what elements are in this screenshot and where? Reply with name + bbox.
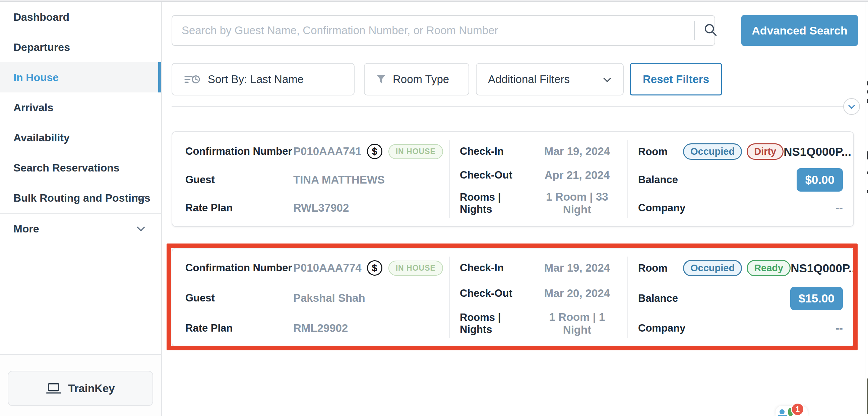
window-edge-strip [866, 2, 868, 416]
collapse-list-button[interactable] [843, 98, 860, 115]
room-label: Room [638, 262, 683, 274]
company-label: Company [638, 322, 683, 334]
sidebar-item-bulk-routing[interactable]: Bulk Routing and Postings [0, 183, 161, 213]
search-separator [694, 21, 695, 40]
sort-clock-icon [184, 74, 200, 85]
additional-filters-button[interactable]: Additional Filters [476, 63, 624, 95]
sidebar-item-availability[interactable]: Availability [0, 123, 161, 153]
rate-plan-label: Rate Plan [185, 202, 293, 214]
sidebar-footer: TrainKey [0, 354, 161, 416]
check-in-value: Mar 19, 2024 [533, 145, 627, 158]
confirmation-value: P010AAA741 [293, 145, 362, 158]
sort-by-button[interactable]: Sort By: Last Name [172, 63, 354, 95]
reset-filters-button[interactable]: Reset Filters [630, 63, 722, 95]
check-out-value: Apr 21, 2024 [533, 169, 627, 182]
chevron-down-icon [848, 102, 855, 109]
chevron-down-icon [603, 74, 611, 82]
sort-by-label: Sort By: Last Name [208, 73, 304, 86]
room-type-button[interactable]: Room Type [364, 63, 469, 95]
rooms-nights-label: Rooms | Nights [460, 312, 533, 335]
guest-label: Guest [185, 174, 293, 186]
chevron-down-icon [137, 223, 145, 231]
sidebar-item-label: More [13, 223, 39, 235]
confirmation-value: P010AAA774 [293, 262, 362, 274]
room-ready-badge: Ready [747, 260, 790, 276]
rooms-nights-label: Rooms | Nights [460, 191, 533, 215]
check-in-label: Check-In [460, 262, 533, 274]
status-badge: IN HOUSE [389, 144, 443, 159]
card-room-column: Room Occupied Ready NS1Q000P... Balance … [627, 249, 855, 346]
card-identity-column: Confirmation Number P010AAA774 $ IN HOUS… [172, 249, 449, 346]
card-dates-column: Check-In Mar 19, 2024 Check-Out Mar 20, … [449, 249, 627, 346]
sidebar-item-more[interactable]: More [0, 214, 161, 244]
guest-value: TINA MATTHEWS [293, 173, 385, 186]
guest-value: Pakshal Shah [293, 292, 365, 305]
sidebar-item-label: In House [13, 71, 59, 84]
check-out-label: Check-Out [460, 169, 533, 181]
rooms-nights-value: 1 Room | 33 Night [533, 191, 627, 216]
additional-filters-label: Additional Filters [488, 73, 570, 86]
check-out-value: Mar 20, 2024 [533, 287, 627, 300]
status-badge: IN HOUSE [389, 261, 443, 276]
check-in-value: Mar 19, 2024 [533, 262, 627, 274]
sidebar-item-label: Bulk Routing and Postings [13, 192, 151, 204]
sidebar-item-arrivals[interactable]: Arrivals [0, 92, 161, 123]
reservation-card[interactable]: Confirmation Number P010AAA774 $ IN HOUS… [172, 248, 854, 347]
card-identity-column: Confirmation Number P010AAA741 $ IN HOUS… [172, 132, 449, 226]
card-room-column: Room Occupied Dirty NS1Q000P... Balance … [627, 132, 855, 226]
notification-badge: 1 [791, 403, 804, 416]
laptop-icon [46, 383, 61, 394]
sidebar-item-departures[interactable]: Departures [0, 32, 161, 62]
advanced-search-button[interactable]: Advanced Search [741, 15, 858, 46]
check-in-label: Check-In [460, 146, 533, 157]
top-window-strip [0, 0, 868, 2]
guest-label: Guest [185, 292, 293, 304]
room-label: Room [638, 146, 683, 158]
balance-chip[interactable]: $15.00 [790, 287, 843, 310]
room-occupied-badge: Occupied [683, 143, 742, 160]
room-dirty-badge: Dirty [747, 143, 783, 160]
sidebar-item-dashboard[interactable]: Dashboard [0, 2, 161, 32]
rate-plan-label: Rate Plan [185, 322, 293, 334]
balance-chip[interactable]: $0.00 [797, 168, 843, 192]
folio-dollar-icon[interactable]: $ [367, 260, 382, 276]
folio-dollar-icon[interactable]: $ [367, 144, 382, 159]
rate-plan-value: RML29902 [293, 322, 348, 334]
funnel-icon [376, 74, 386, 85]
sidebar-item-label: Availability [13, 132, 70, 144]
confirmation-label: Confirmation Number [185, 146, 293, 157]
balance-label: Balance [638, 292, 683, 305]
sidebar-item-label: Search Reservations [13, 162, 120, 174]
sidebar: Dashboard Departures In House Arrivals A… [0, 2, 162, 416]
reservation-card[interactable]: Confirmation Number P010AAA741 $ IN HOUS… [172, 131, 854, 227]
card-dates-column: Check-In Mar 19, 2024 Check-Out Apr 21, … [449, 132, 627, 226]
company-value: -- [836, 322, 843, 334]
company-label: Company [638, 202, 683, 214]
room-occupied-badge: Occupied [683, 260, 742, 276]
room-number: NS1Q000P... [790, 262, 858, 275]
sidebar-item-label: Departures [13, 41, 70, 54]
sidebar-item-search-reservations[interactable]: Search Reservations [0, 153, 161, 183]
confirmation-label: Confirmation Number [185, 262, 293, 274]
sidebar-item-label: Arrivals [13, 101, 53, 114]
list-divider [172, 106, 843, 107]
balance-label: Balance [638, 174, 683, 186]
company-value: -- [836, 202, 843, 214]
room-type-label: Room Type [393, 73, 449, 86]
sidebar-item-in-house[interactable]: In House [0, 62, 161, 92]
chat-glyph-blue-dot [779, 409, 784, 414]
search-input[interactable] [172, 15, 715, 46]
rate-plan-value: RWL37902 [293, 202, 349, 214]
trainkey-label: TrainKey [68, 382, 115, 395]
rooms-nights-value: 1 Room | 1 Night [533, 311, 627, 336]
trainkey-button[interactable]: TrainKey [8, 371, 153, 406]
search-icon[interactable] [703, 23, 718, 37]
check-out-label: Check-Out [460, 287, 533, 299]
room-number: NS1Q000P... [783, 145, 851, 158]
sidebar-item-label: Dashboard [13, 11, 69, 24]
